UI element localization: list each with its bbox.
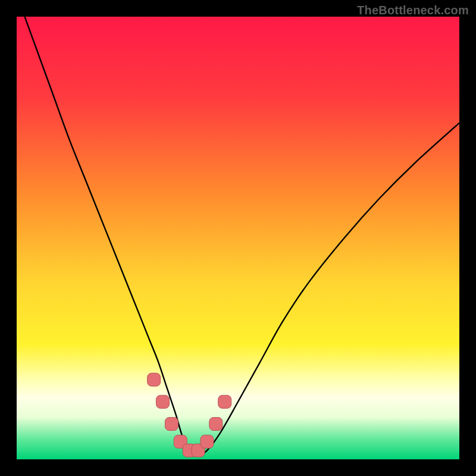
marker-point bbox=[209, 417, 223, 430]
marker-point bbox=[148, 373, 161, 386]
marker-group bbox=[148, 373, 231, 457]
bottleneck-curve bbox=[17, 17, 459, 455]
marker-point bbox=[201, 435, 214, 448]
source-attribution: TheBottleneck.com bbox=[357, 4, 469, 17]
plot-area bbox=[17, 17, 459, 459]
marker-point bbox=[156, 395, 170, 408]
marker-point bbox=[165, 417, 178, 430]
chart-frame: TheBottleneck.com bbox=[0, 0, 476, 476]
curve-layer bbox=[17, 17, 459, 459]
marker-point bbox=[218, 395, 231, 408]
